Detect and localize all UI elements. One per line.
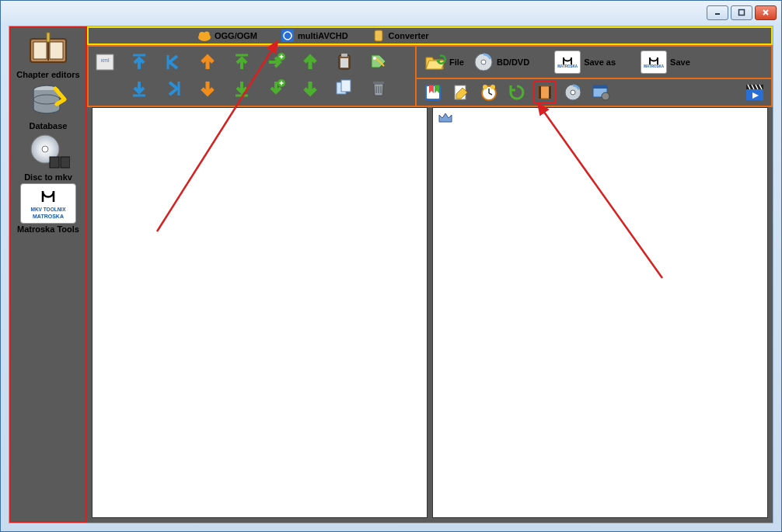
arrow-up-orange	[197, 52, 218, 72]
close-button[interactable]	[755, 5, 777, 20]
folder-open-icon	[424, 53, 446, 71]
sidebar: Chapter editors Database Disc to mkv MKV…	[9, 26, 87, 523]
save-button-label: Save	[670, 57, 690, 67]
nav-right-blue[interactable]	[162, 77, 185, 100]
tag-icon	[368, 52, 389, 72]
add-right-green	[266, 52, 286, 72]
icon-buttons-row	[417, 79, 771, 106]
main-area: OGG/OGM multiAVCHD Converter xml	[87, 26, 773, 523]
sidebar-item-chapter-editors[interactable]: Chapter editors	[12, 30, 84, 79]
crown-icon	[438, 111, 453, 123]
arrow-up-orange[interactable]	[196, 50, 219, 74]
svg-point-15	[204, 32, 210, 37]
clipboard-icon[interactable]	[333, 50, 356, 74]
svg-rect-1	[739, 10, 745, 16]
tabs-row: OGG/OGM multiAVCHD Converter	[87, 26, 773, 45]
tab-label: Converter	[389, 31, 429, 40]
copy-icon[interactable]	[333, 77, 356, 100]
arrow-down-orange[interactable]	[196, 77, 219, 100]
svg-rect-48	[549, 86, 551, 99]
converter-icon	[372, 29, 386, 43]
svg-rect-26	[341, 54, 347, 57]
titlebar	[1, 1, 781, 24]
nav-right-blue	[163, 78, 183, 99]
window-gear-icon[interactable]	[589, 81, 613, 104]
arrow-down-green2	[300, 78, 320, 99]
svg-rect-34	[341, 80, 351, 92]
sidebar-item-database[interactable]: Database	[12, 81, 84, 130]
svg-point-50	[571, 90, 575, 95]
database-icon	[20, 81, 76, 121]
arrow-down-orange	[197, 78, 218, 99]
disc-icon	[20, 132, 76, 172]
sidebar-item-matroska-tools[interactable]: MKV TOOLNIX MATROSKA Matroska Tools	[12, 183, 84, 234]
move-up-blue[interactable]	[127, 50, 151, 74]
cloud-icon	[197, 29, 211, 43]
move-down-blue[interactable]	[127, 77, 151, 100]
nav-left-blue	[163, 52, 183, 72]
right-toolbar: File BD/DVD MATROSKA Save as	[415, 47, 771, 106]
refresh-icon[interactable]	[505, 81, 529, 104]
save-as-button[interactable]: MATROSKA Save as	[554, 50, 616, 74]
sidebar-item-label: Database	[30, 121, 68, 130]
arrow-down-green[interactable]	[230, 77, 253, 100]
arrow-down-green	[232, 78, 252, 99]
svg-rect-6	[47, 33, 50, 42]
bookmark-icon[interactable]	[421, 81, 445, 104]
sidebar-item-label: Matroska Tools	[17, 224, 79, 234]
disc-small-icon[interactable]	[561, 81, 585, 104]
svg-point-28	[373, 57, 376, 60]
arrow-up-green	[232, 52, 252, 72]
tab-multiavchd[interactable]: multiAVCHD	[281, 29, 348, 43]
save-button[interactable]: MATROSKA Save	[641, 50, 690, 74]
tab-ogg-ogm[interactable]: OGG/OGM	[197, 29, 257, 43]
maximize-button[interactable]	[731, 5, 752, 20]
film-icon[interactable]	[533, 81, 557, 104]
tab-converter[interactable]: Converter	[372, 29, 429, 43]
svg-rect-35	[373, 82, 384, 84]
tab-label: multiAVCHD	[298, 31, 348, 40]
svg-rect-27	[340, 58, 348, 68]
move-down-blue	[129, 78, 149, 99]
edit-note-icon[interactable]	[449, 81, 473, 104]
add-down-green[interactable]	[264, 77, 288, 100]
close-icon	[762, 9, 770, 16]
minimize-button[interactable]	[707, 5, 728, 20]
add-down-green	[266, 78, 286, 99]
svg-rect-12	[61, 157, 70, 168]
nav-left-blue[interactable]	[162, 50, 185, 74]
right-panel[interactable]	[432, 107, 768, 518]
matroska-small-icon: MATROSKA	[641, 50, 667, 74]
add-right-green[interactable]	[264, 50, 288, 74]
svg-rect-11	[50, 157, 59, 168]
bd-dvd-button-label: BD/DVD	[497, 57, 529, 67]
disc-small-icon	[473, 52, 494, 72]
xml-icon: xml	[95, 52, 115, 72]
bd-dvd-button[interactable]: BD/DVD	[473, 52, 529, 72]
sidebar-item-label: Chapter editors	[16, 70, 79, 79]
svg-rect-47	[539, 86, 541, 99]
arrow-up-green[interactable]	[230, 50, 253, 74]
sidebar-item-label: Disc to mkv	[24, 172, 72, 182]
file-button[interactable]: File	[424, 53, 464, 71]
clapper-play-icon[interactable]	[743, 81, 766, 104]
svg-rect-52	[593, 85, 607, 89]
toolbar-row: xml File BD/DVD	[87, 45, 773, 107]
tag-icon[interactable]	[367, 50, 390, 74]
file-buttons-row: File BD/DVD MATROSKA Save as	[417, 47, 771, 79]
arrow-up-green2[interactable]	[298, 50, 322, 74]
left-panel[interactable]	[92, 107, 428, 518]
arrow-up-green2	[300, 52, 320, 72]
sidebar-item-disc-to-mkv[interactable]: Disc to mkv	[12, 132, 84, 182]
window-frame: Chapter editors Database Disc to mkv MKV…	[0, 0, 782, 532]
clock-icon[interactable]	[477, 81, 501, 104]
save-as-button-label: Save as	[584, 57, 616, 67]
move-up-blue	[129, 52, 149, 72]
tab-label: OGG/OGM	[215, 31, 257, 40]
xml-icon[interactable]: xml	[93, 50, 117, 74]
svg-point-10	[42, 146, 48, 152]
arrow-down-green2[interactable]	[298, 77, 322, 100]
trash-icon[interactable]	[367, 77, 390, 100]
minimize-icon	[714, 9, 721, 16]
matroska-icon: MKV TOOLNIX MATROSKA	[20, 183, 76, 224]
